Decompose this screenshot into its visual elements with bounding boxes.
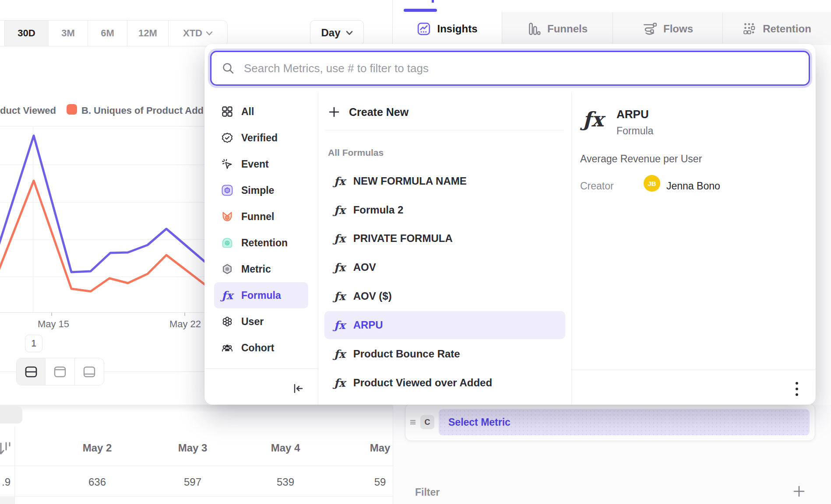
layout-bottom-bar-icon: [82, 364, 97, 379]
add-filter-button[interactable]: [792, 485, 806, 498]
collapse-sidebar-button[interactable]: [291, 382, 305, 396]
series-purple-line: [0, 136, 206, 272]
chevron-down-icon: [206, 31, 213, 36]
sidebar-footer-divider: [204, 368, 318, 369]
tab-insights[interactable]: Insights: [393, 12, 502, 45]
category-formula[interactable]: ƒx Formula: [214, 282, 308, 308]
select-metric-button[interactable]: Select Metric: [439, 409, 810, 435]
table-cell-partial: .9: [2, 476, 11, 488]
metric-slot-key-badge: C: [420, 415, 434, 429]
time-range-xtd-label: XTD: [183, 28, 202, 39]
metric-slot-card: C Select Metric: [405, 403, 815, 441]
formula-item-label: AOV ($): [353, 290, 392, 302]
x-axis-tick: [184, 312, 185, 316]
table-header-cell[interactable]: May 3: [158, 442, 228, 454]
time-range-xtd[interactable]: XTD: [169, 21, 227, 46]
active-tab-indicator: [404, 9, 437, 12]
tab-flows-label: Flows: [663, 23, 693, 35]
formula-item[interactable]: ƒxProduct Viewed over Added: [324, 369, 565, 397]
table-header-cell[interactable]: May 2: [62, 442, 132, 454]
category-retention[interactable]: Retention: [214, 230, 308, 256]
metric-search-input[interactable]: [244, 62, 769, 75]
scrubber-tick: [432, 0, 434, 3]
formulas-section-header: All Formulas: [328, 147, 384, 158]
category-verified[interactable]: Verified: [214, 125, 308, 151]
category-label: Metric: [241, 263, 271, 275]
formula-item[interactable]: ƒxFormula 2: [324, 196, 565, 224]
creator-label: Creator: [580, 180, 614, 192]
layout-split-rows-button[interactable]: [17, 358, 46, 385]
category-user[interactable]: User: [214, 308, 308, 335]
collapse-left-icon: [292, 382, 304, 395]
legend-series-a-label: duct Viewed: [0, 105, 56, 116]
tab-flows[interactable]: Flows: [613, 12, 723, 45]
time-range-30d[interactable]: 30D: [5, 21, 49, 46]
time-range-3m[interactable]: 3M: [49, 21, 88, 46]
table-left-tab: [0, 406, 22, 424]
create-new-label: Create New: [349, 106, 408, 119]
fx-icon: ƒx: [334, 319, 345, 332]
layout-top-bar-icon: [53, 364, 67, 379]
drag-handle-icon[interactable]: [410, 419, 416, 426]
funnels-icon: [527, 22, 541, 36]
category-cohort[interactable]: Cohort: [214, 335, 308, 361]
modal-drop-shadow: [0, 405, 393, 413]
table-cell: 597: [158, 476, 228, 488]
category-simple[interactable]: Simple: [214, 177, 308, 203]
category-event[interactable]: Event: [214, 151, 308, 177]
pagination-page-button[interactable]: 1: [25, 335, 42, 352]
detail-type: Formula: [616, 125, 653, 137]
funnel-metric-icon: [222, 211, 233, 222]
user-cluster-icon: [222, 316, 233, 327]
table-header-cell[interactable]: May: [345, 442, 393, 454]
formula-item-label: Formula 2: [353, 204, 404, 216]
retention-metric-icon: [222, 237, 233, 248]
category-label: Formula: [241, 290, 281, 301]
category-metric[interactable]: Metric: [214, 256, 308, 282]
retention-icon: [743, 22, 757, 36]
formula-item[interactable]: ƒxAOV ($): [324, 282, 565, 310]
time-range-12m[interactable]: 12M: [127, 21, 169, 46]
layout-bottom-bar-button[interactable]: [75, 358, 104, 385]
time-range-cutoff[interactable]: [0, 21, 5, 46]
create-new-button[interactable]: Create New: [328, 98, 408, 126]
kebab-menu-icon: [795, 381, 799, 398]
formula-item[interactable]: ƒxAOV: [324, 253, 565, 281]
creator-name: Jenna Bono: [666, 180, 720, 192]
select-metric-label: Select Metric: [448, 416, 511, 428]
table-cell: 636: [62, 476, 132, 488]
tab-retention[interactable]: Retention: [723, 12, 831, 45]
formula-item[interactable]: ƒxPRIVATE FORMULA: [324, 224, 565, 252]
plus-icon: [328, 106, 340, 118]
granularity-dropdown[interactable]: Day: [310, 20, 364, 46]
formula-item[interactable]: ƒxProduct Bounce Rate: [324, 340, 565, 368]
event-cursor-icon: [222, 158, 233, 170]
granularity-label: Day: [321, 27, 340, 39]
tab-funnels[interactable]: Funnels: [502, 12, 613, 45]
table-row-border: [0, 496, 393, 497]
formula-fx-icon: ƒx: [222, 290, 233, 301]
time-range-6m[interactable]: 6M: [88, 21, 127, 46]
sort-descending-icon[interactable]: [0, 440, 11, 457]
legend-series-b-swatch: [67, 104, 77, 115]
list-divider: [325, 130, 564, 130]
layout-top-bar-button[interactable]: [46, 358, 74, 385]
detail-title: ARPU: [616, 108, 649, 121]
category-all[interactable]: All: [214, 98, 308, 125]
detail-footer-divider: [571, 370, 815, 370]
category-label: All: [241, 106, 254, 118]
fx-icon: ƒx: [334, 290, 345, 303]
table-header-cell[interactable]: May 4: [250, 442, 320, 454]
grid-icon: [222, 106, 233, 117]
formula-item-selected[interactable]: ƒxARPU: [324, 311, 565, 339]
detail-fx-icon: ƒx: [583, 108, 603, 131]
formula-item-label: NEW FORMULA NAME: [353, 175, 467, 187]
formula-item[interactable]: ƒxNEW FORMULA NAME: [324, 167, 565, 195]
metric-search-container: [210, 51, 810, 86]
tab-insights-label: Insights: [437, 23, 477, 35]
more-options-button[interactable]: [790, 380, 803, 399]
category-funnel[interactable]: Funnel: [214, 203, 308, 230]
verified-badge-icon: [222, 132, 233, 144]
fx-icon: ƒx: [334, 348, 345, 360]
layout-toggle-group: [16, 358, 104, 385]
